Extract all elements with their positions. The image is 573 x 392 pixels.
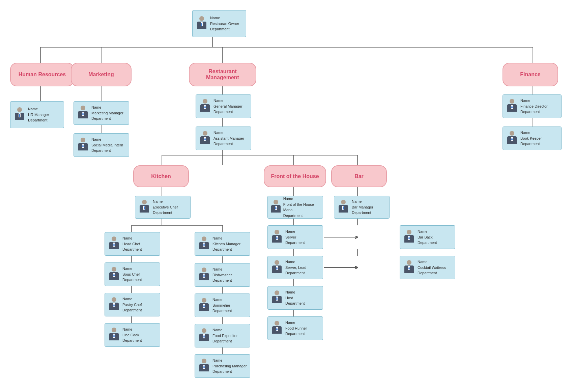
restaurant-mgmt-label: Restaurant Management (195, 68, 250, 81)
assistant-manager-card: Name Assistant Manager Department (196, 127, 251, 150)
avatar (199, 130, 211, 146)
org-chart: Name Restauran Owner Department Human Re… (0, 0, 573, 392)
foh-dept-box: Front of the House (264, 165, 326, 187)
finance-label: Finance (520, 72, 540, 78)
avatar (506, 130, 518, 146)
bar-dept-box: Bar (331, 165, 387, 187)
avatar (108, 236, 120, 252)
server-lead-card: Name Server, Lead Department (267, 256, 323, 279)
avatar (270, 290, 283, 306)
avatar (108, 266, 120, 282)
avatar (13, 107, 26, 123)
bar-back-card: Name Bar Back Department (400, 225, 455, 249)
book-keeper-card: Name Book Keeper Department (503, 127, 562, 150)
owner-dept: Department (210, 26, 239, 32)
finance-director-card: Name Finance Director Department (503, 94, 562, 118)
pastry-chef-card: Name Pastry Chef Department (105, 293, 160, 316)
bar-manager-card: Name Bar Manager Department (334, 196, 390, 219)
avatar (108, 297, 120, 313)
marketing-manager-card: Name Marketing Manager Department (74, 101, 129, 125)
foh-manager-card: Name Front of the House Mana... Departme… (267, 196, 323, 219)
avatar (108, 327, 120, 343)
executive-chef-card: Name Executive Chef Department (135, 196, 191, 219)
cocktail-waitress-card: Name Cocktail Waitress Department (400, 256, 455, 279)
avatar (506, 98, 518, 114)
avatar (77, 105, 89, 121)
avatar (195, 16, 208, 32)
sommelier-card: Name Sommelier Department (195, 293, 250, 317)
general-manager-card: Name General Manager Department (196, 94, 251, 118)
avatar (138, 199, 151, 215)
finance-dept-box: Finance (503, 63, 558, 86)
hr-dept-label: Human Resources (19, 72, 66, 78)
avatar (199, 98, 211, 114)
avatar (77, 137, 89, 153)
avatar (270, 320, 283, 336)
avatar (337, 199, 350, 215)
owner-card: Name Restauran Owner Department (192, 10, 246, 37)
host-card: Name Host Department (267, 286, 323, 310)
purchasing-manager-card: Name Purchasing Manager Department (195, 354, 250, 378)
owner-name: Name (210, 15, 239, 21)
avatar (198, 297, 210, 313)
avatar (403, 229, 416, 245)
avatar (198, 358, 210, 374)
foh-label: Front of the House (271, 173, 319, 179)
marketing-dept-box: Marketing (71, 63, 132, 86)
dishwasher-card: Name Dishwasher Department (195, 263, 250, 287)
avatar (270, 229, 283, 245)
kitchen-label: Kitchen (151, 173, 171, 179)
kitchen-manager-card: Name Kitchen Manager Department (195, 232, 250, 256)
avatar (403, 259, 416, 276)
line-cook-card: Name Line Cook Department (105, 323, 160, 347)
bar-label: Bar (354, 173, 364, 179)
avatar (270, 259, 283, 276)
head-chef-card: Name Head Chef Department (105, 232, 160, 256)
kitchen-dept-box: Kitchen (133, 165, 189, 187)
restaurant-mgmt-box: Restaurant Management (189, 63, 256, 86)
social-media-card: Name Social Media Intern Department (74, 133, 129, 157)
food-expeditor-card: Name Food Expeditor Department (195, 324, 250, 347)
food-runner-card: Name Food Runner Department (267, 316, 323, 340)
sous-chef-card: Name Sous Chef Department (105, 262, 160, 286)
avatar (270, 199, 281, 215)
marketing-label: Marketing (88, 72, 114, 78)
server-card: Name Server Department (267, 225, 323, 249)
owner-role: Restauran Owner (210, 21, 239, 27)
avatar (198, 236, 210, 252)
hr-manager-card: Name HR Manager Department (10, 101, 64, 128)
avatar (198, 267, 210, 283)
avatar (198, 328, 210, 344)
hr-dept-box: Human Resources (10, 63, 74, 86)
